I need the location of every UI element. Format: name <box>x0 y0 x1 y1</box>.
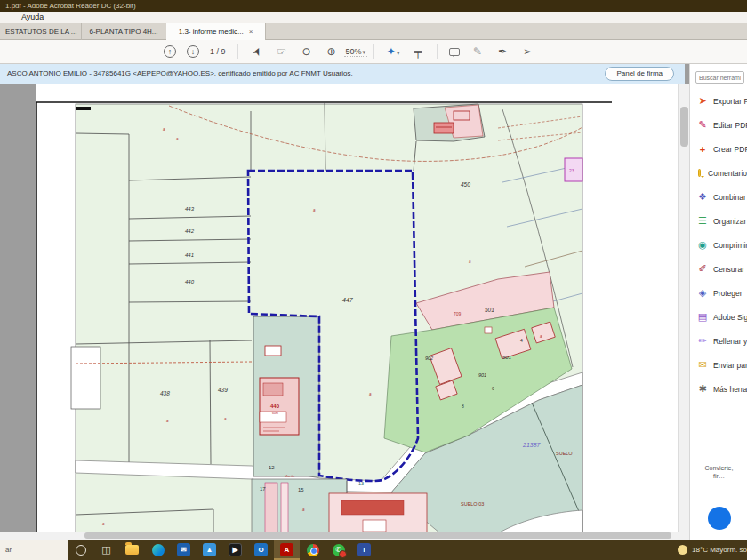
parcel-label: 442 <box>185 228 195 234</box>
file-explorer-icon <box>125 545 139 555</box>
fit-width-icon[interactable]: ╤ <box>411 45 425 58</box>
comment-icon <box>698 169 701 177</box>
select-tool-icon[interactable]: ➤ <box>248 43 265 60</box>
desktop: 1.pdf - Adobe Acrobat Reader DC (32-bit)… <box>0 0 747 560</box>
movies-tv-icon: ▶ <box>229 543 242 556</box>
download-icon[interactable]: ↓ <box>187 45 199 58</box>
document-area: 443 442 441 440 438 439 447 450 501 902 … <box>0 84 689 532</box>
sidebar-item-organizar[interactable]: ☰ Organizar páginas <box>690 209 747 233</box>
selection-tool-icon[interactable]: ✦▾ <box>386 45 400 58</box>
fill-sign-icon[interactable]: ✒ <box>495 45 510 58</box>
comment-icon[interactable] <box>449 48 460 56</box>
parcel-label-440-red: 440 <box>270 404 280 409</box>
pencil-icon[interactable]: ✎ <box>470 45 485 58</box>
sidebar-item-exportar[interactable]: ➤ Exportar PDF <box>690 89 747 113</box>
sidebar-item-proteger[interactable]: ◈ Proteger <box>690 281 747 305</box>
tab-close-icon[interactable]: × <box>249 28 253 36</box>
combine-files-icon: ❖ <box>696 191 709 203</box>
tab-estatutos[interactable]: ESTATUTOS DE LA ... <box>0 23 82 40</box>
acrobat-promo: Convierte, fir… <box>690 464 747 480</box>
parcel-label-709: 709 <box>454 311 462 316</box>
sidebar-item-mas-herramientas[interactable]: ✱ Más herramientas <box>690 377 747 401</box>
chrome-icon <box>307 544 319 556</box>
organize-pages-icon: ☰ <box>696 215 709 227</box>
menu-help[interactable]: Ayuda <box>21 12 44 21</box>
hand-tool-icon[interactable]: ☞ <box>275 45 289 58</box>
horizontal-scrollbar[interactable] <box>0 532 689 540</box>
sun-icon <box>678 545 687 555</box>
vertical-scrollbar[interactable] <box>678 84 689 532</box>
export-pdf-icon: ➤ <box>696 95 709 107</box>
signature-bar: ASCO ANTONIO EMILIO - 34785641G <AEPEPO@… <box>0 64 685 84</box>
sidebar-item-adobe-sign[interactable]: ▤ Adobe Sign <box>690 305 747 329</box>
sidebar-item-rellenar[interactable]: ✏ Rellenar y firmar <box>690 329 747 353</box>
area-label: 60m <box>272 412 278 415</box>
taskbar-chrome[interactable] <box>300 540 325 560</box>
tab-informe-active[interactable]: 1.3- informe medic...× <box>166 23 266 40</box>
windows-taskbar: ar ◫ ✉ ▲ ▶ O A ✆ T 18°C Mayorm. so <box>0 540 747 560</box>
sidebar-item-censurar[interactable]: ✐ Censurar <box>690 257 747 281</box>
sidebar-item-combinar[interactable]: ❖ Combinar archivos <box>690 185 747 209</box>
street-number: 13 <box>358 481 364 486</box>
sidebar-item-enviar[interactable]: ✉ Enviar para comentar <box>690 353 747 377</box>
scrollbar-thumb[interactable] <box>84 532 671 539</box>
taskbar-search[interactable]: ar <box>0 540 68 560</box>
send-review-icon: ✉ <box>696 359 709 371</box>
scrollbar-thumb[interactable] <box>680 107 688 147</box>
tab-planta[interactable]: 6-PLANTA TIPO 4H... <box>83 23 165 40</box>
taskbar-file-explorer[interactable] <box>119 540 145 560</box>
sidebar-item-crear[interactable]: + Crear PDF <box>690 137 747 161</box>
parcel-label: 439 <box>218 387 228 393</box>
zoom-out-icon[interactable]: ⊖ <box>300 45 314 58</box>
parcel-label: 901 <box>478 372 486 378</box>
page-navigation[interactable]: 1 / 9 <box>210 47 226 56</box>
signature-panel-button[interactable]: Panel de firma <box>605 67 674 81</box>
taskbar-acrobat-active[interactable]: A <box>274 540 300 560</box>
window-titlebar: 1.pdf - Adobe Acrobat Reader DC (32-bit) <box>0 0 747 12</box>
taskbar-edge[interactable] <box>145 540 171 560</box>
street-number: 15 <box>298 487 304 492</box>
taskbar-whatsapp[interactable]: ✆ <box>325 540 351 560</box>
parcel-label: 438 <box>160 390 170 396</box>
task-view-icon: ◫ <box>101 544 110 556</box>
parcel-label: 601 <box>502 355 511 360</box>
outlook-icon: O <box>254 543 268 556</box>
street-number: 8 <box>462 404 464 409</box>
zoom-level[interactable]: 50%▾ <box>344 47 368 57</box>
suelo-label: SUELO 03 <box>461 501 484 507</box>
sidebar-item-comprimir[interactable]: ◉ Comprimir PDF <box>690 233 747 257</box>
parcel-label: 443 <box>185 206 195 212</box>
send-icon[interactable]: ➢ <box>520 45 534 58</box>
taskbar-mail[interactable]: ✉ <box>171 540 197 560</box>
cadastral-map: 443 442 441 440 438 439 447 450 501 902 … <box>36 100 678 532</box>
redact-icon: ✐ <box>696 263 709 275</box>
sidebar-item-editar[interactable]: ✎ Editar PDF <box>690 113 747 137</box>
parcel-label-447: 447 <box>342 297 354 303</box>
upgrade-button[interactable] <box>708 507 731 530</box>
print-icon[interactable]: ↑ <box>164 45 176 58</box>
pdf-page: 443 442 441 440 438 439 447 450 501 902 … <box>36 84 678 532</box>
shield-icon: ◈ <box>696 287 709 299</box>
teams-icon: T <box>357 543 371 556</box>
taskbar-movies[interactable]: ▶ <box>222 540 248 560</box>
photos-icon: ▲ <box>203 543 216 556</box>
tab-bar: ESTATUTOS DE LA ... 6-PLANTA TIPO 4H... … <box>0 23 747 40</box>
chevron-down-icon: ▾ <box>397 50 400 56</box>
sidebar-item-comentario[interactable]: Comentario <box>690 161 747 185</box>
whatsapp-icon: ✆ <box>333 544 345 556</box>
parcel-label: 902 <box>425 356 433 361</box>
taskbar-weather[interactable]: 18°C Mayorm. so <box>678 545 747 555</box>
taskbar-teams[interactable]: T <box>351 540 377 560</box>
taskbar-cortana[interactable] <box>68 540 93 560</box>
street-number: 6 <box>492 386 494 391</box>
parcel-label: 441 <box>185 252 194 258</box>
taskbar-outlook[interactable]: O <box>248 540 274 560</box>
menu-bar: Ayuda <box>0 12 747 23</box>
tools-search-input[interactable] <box>695 71 744 84</box>
taskbar-task-view[interactable]: ◫ <box>93 540 119 560</box>
street-number: 12 <box>269 465 275 470</box>
zoom-in-icon[interactable]: ⊕ <box>325 45 339 58</box>
parcel-label-21387: 21387 <box>522 442 542 448</box>
parcel-label: 440 <box>185 279 195 284</box>
taskbar-photos[interactable]: ▲ <box>197 540 222 560</box>
